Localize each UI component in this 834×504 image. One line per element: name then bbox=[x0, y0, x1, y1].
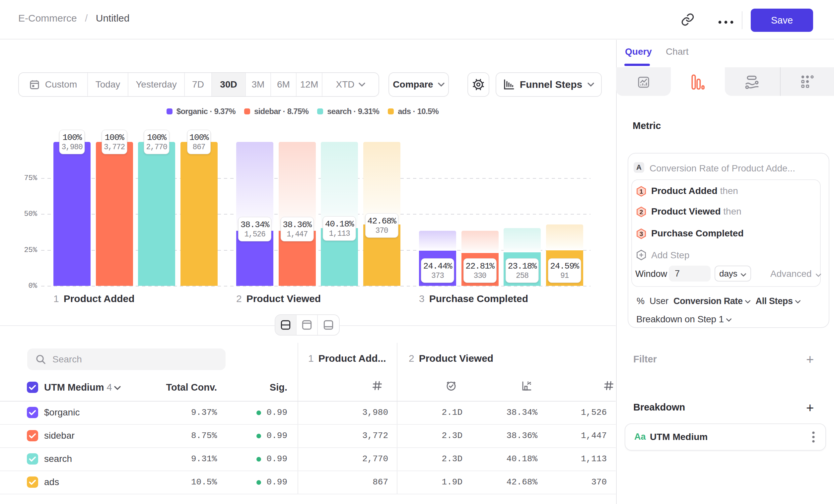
svg-text:2: 2 bbox=[640, 209, 643, 215]
svg-text:1: 1 bbox=[640, 188, 643, 195]
svg-text:3: 3 bbox=[640, 230, 643, 237]
